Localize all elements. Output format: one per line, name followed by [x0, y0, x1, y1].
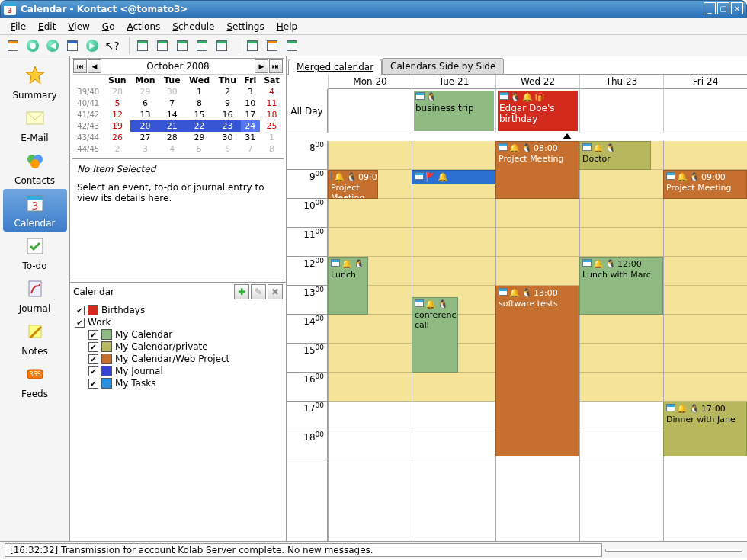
calendar-list-item[interactable]: My Calendar	[75, 328, 281, 341]
calendar-event[interactable]: 🔔🐧08:00Project Meeting	[495, 141, 579, 199]
sidebar-item-feeds[interactable]: RSSFeeds	[3, 360, 67, 402]
calendar-event[interactable]: 🔔🐧09:00Project Meeting	[328, 170, 378, 199]
day-cell[interactable]: 5	[104, 98, 130, 109]
calendar-event[interactable]: 🔔🐧12:00Lunch with Marc	[579, 257, 663, 315]
allday-event[interactable]: 🐧business trip	[414, 91, 494, 131]
day-column[interactable]	[579, 141, 663, 541]
week-number[interactable]: 39/40	[72, 86, 104, 98]
day-column[interactable]	[328, 141, 412, 541]
prev-year-button[interactable]: ⏮	[73, 59, 87, 73]
allday-cell[interactable]	[328, 89, 412, 133]
view-day-button[interactable]	[134, 37, 151, 54]
day-cell[interactable]: 20	[130, 120, 159, 132]
day-cell[interactable]: 24	[241, 120, 260, 132]
day-cell[interactable]: 22	[184, 120, 214, 132]
calendar-event[interactable]: 🔔🐧Lunch	[328, 257, 368, 315]
tab-sidebyside[interactable]: Calendars Side by Side	[382, 58, 504, 74]
prev-month-button[interactable]: ◀	[88, 59, 101, 73]
find-button[interactable]: ↖?	[104, 37, 120, 54]
allday-event[interactable]: 🐧🔔🎁Edgar Doe's birthday	[498, 91, 578, 131]
day-cell[interactable]: 5	[184, 143, 214, 155]
day-cell[interactable]: 30	[214, 132, 240, 143]
checkbox-icon[interactable]	[88, 379, 98, 389]
calendar-event[interactable]: 🚩🔔Call Pet	[412, 170, 495, 184]
next-month-button[interactable]: ▶	[255, 59, 268, 73]
day-header[interactable]: Tue 21	[412, 75, 495, 89]
view-5days-button[interactable]	[154, 37, 171, 54]
allday-cell[interactable]: 🐧business trip	[412, 89, 495, 133]
add-calendar-button[interactable]: ✚	[234, 284, 249, 299]
day-cell[interactable]: 7	[160, 98, 184, 109]
week-number[interactable]: 44/45	[72, 143, 104, 155]
day-header[interactable]: Thu 23	[579, 75, 663, 89]
day-column[interactable]	[663, 141, 747, 541]
day-cell[interactable]: 3	[130, 143, 159, 155]
checkbox-icon[interactable]	[88, 366, 98, 376]
sidebar-item-e-mail[interactable]: E-Mail	[3, 104, 67, 146]
calendar-list-item[interactable]: My Tasks	[75, 377, 281, 389]
titlebar[interactable]: 3 Calendar - Kontact <@tomato3> _ ▢ ✕	[0, 0, 747, 18]
day-cell[interactable]: 26	[104, 132, 130, 143]
day-cell[interactable]: 9	[214, 98, 240, 109]
day-cell[interactable]: 2	[214, 86, 240, 98]
menu-view[interactable]: View	[62, 20, 95, 34]
view-todo-button[interactable]	[264, 37, 281, 54]
sidebar-item-to-do[interactable]: To-do	[3, 232, 67, 274]
minimize-button[interactable]: _	[704, 2, 716, 14]
day-cell[interactable]: 4	[160, 143, 184, 155]
day-cell[interactable]: 28	[104, 86, 130, 98]
day-header[interactable]: Wed 22	[495, 75, 579, 89]
calendar-list-item[interactable]: My Calendar/Web Project	[75, 353, 281, 365]
checkbox-icon[interactable]	[88, 354, 98, 364]
nav-forward-button[interactable]: ▶	[84, 37, 101, 54]
menu-go[interactable]: Go	[96, 20, 121, 34]
nav-grid-button[interactable]	[64, 37, 81, 54]
day-cell[interactable]: 29	[184, 132, 214, 143]
day-cell[interactable]: 1	[184, 86, 214, 98]
day-cell[interactable]: 17	[241, 109, 260, 120]
menu-file[interactable]: File	[5, 20, 32, 34]
calendar-list-item[interactable]: My Calendar/private	[75, 341, 281, 353]
day-cell[interactable]: 2	[104, 143, 130, 155]
day-cell[interactable]: 1	[260, 132, 284, 143]
calendar-event[interactable]: 🔔🐧13:00software tests	[495, 286, 579, 456]
allday-cell[interactable]	[579, 89, 663, 133]
view-workweek-button[interactable]	[194, 37, 210, 54]
calendar-list-item[interactable]: Birthdays	[75, 304, 281, 316]
day-cell[interactable]: 8	[184, 98, 214, 109]
checkbox-icon[interactable]	[75, 318, 85, 328]
sidebar-item-summary[interactable]: Summary	[3, 61, 67, 104]
nav-back-button[interactable]: ◀	[44, 37, 61, 54]
day-cell[interactable]: 10	[241, 98, 260, 109]
checkbox-icon[interactable]	[75, 306, 85, 315]
close-button[interactable]: ✕	[731, 2, 743, 14]
day-cell[interactable]: 4	[260, 86, 284, 98]
view-week-button[interactable]	[174, 37, 191, 54]
day-cell[interactable]: 28	[160, 132, 184, 143]
maximize-button[interactable]: ▢	[717, 2, 729, 14]
day-cell[interactable]: 7	[241, 143, 260, 155]
day-cell[interactable]: 25	[260, 120, 284, 132]
edit-calendar-button[interactable]: ✎	[251, 284, 266, 299]
calendar-event[interactable]: 🔔🐧17:00Dinner with Jane	[663, 402, 747, 456]
week-number[interactable]: 43/44	[72, 132, 104, 143]
next-year-button[interactable]: ⏭	[269, 59, 283, 73]
view-list-button[interactable]	[244, 37, 261, 54]
nav-today-button[interactable]: ●	[24, 37, 41, 54]
day-cell[interactable]: 8	[260, 143, 284, 155]
menu-edit[interactable]: Edit	[32, 20, 62, 34]
week-number[interactable]: 41/42	[72, 109, 104, 120]
day-cell[interactable]: 6	[214, 143, 240, 155]
day-header[interactable]: Mon 20	[328, 75, 412, 89]
menu-actions[interactable]: Actions	[120, 20, 166, 34]
day-cell[interactable]: 11	[260, 98, 284, 109]
day-cell[interactable]: 19	[104, 120, 130, 132]
new-event-button[interactable]	[5, 37, 21, 54]
day-cell[interactable]: 16	[214, 109, 240, 120]
allday-cell[interactable]: 🐧🔔🎁Edgar Doe's birthday	[495, 89, 579, 133]
day-cell[interactable]: 18	[260, 109, 284, 120]
checkbox-icon[interactable]	[88, 342, 98, 352]
calendar-event[interactable]: 🔔🐧conference call	[412, 297, 458, 373]
day-cell[interactable]: 12	[104, 109, 130, 120]
view-month-button[interactable]	[213, 37, 230, 54]
